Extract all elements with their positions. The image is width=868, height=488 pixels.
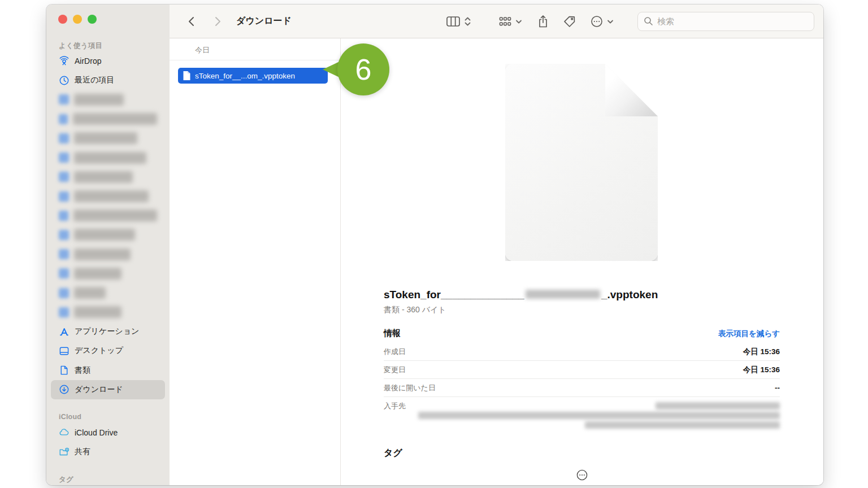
- info-label: 最後に開いた日: [384, 383, 436, 393]
- redacted-label: [74, 94, 124, 106]
- sidebar-item-redacted[interactable]: [46, 167, 170, 186]
- tag-icon[interactable]: [563, 15, 576, 28]
- chevron-down-icon: [607, 15, 614, 28]
- document-icon: [59, 365, 70, 376]
- sidebar-section-favorites: よく使う項目: [46, 41, 170, 51]
- search-field[interactable]: [637, 12, 814, 31]
- more-actions-control[interactable]: [590, 15, 614, 28]
- group-by-icon: [498, 15, 512, 28]
- info-row-modified: 変更日 今日 15:36: [384, 361, 780, 379]
- callout-number: 6: [355, 55, 372, 84]
- cloud-icon: [59, 427, 70, 438]
- sidebar-item-redacted[interactable]: [46, 148, 170, 167]
- sidebar-item-icloud-drive[interactable]: iCloud Drive: [46, 423, 170, 442]
- main-area: ダウンロード: [170, 5, 823, 485]
- folder-icon-redacted: [59, 94, 69, 104]
- share-icon[interactable]: [537, 14, 549, 29]
- info-section-title: 情報: [384, 328, 401, 339]
- file-list-column: 今日 sToken_for__...om_.vpptoken: [170, 38, 341, 485]
- sidebar-item-redacted[interactable]: [46, 206, 170, 225]
- shared-folder-icon: [59, 447, 70, 457]
- redacted-line: [585, 421, 780, 429]
- sidebar-item-applications[interactable]: アプリケーション: [46, 322, 170, 341]
- content-area: 今日 sToken_for__...om_.vpptoken: [170, 38, 823, 485]
- preview-file-name: sToken_for_______________.vpptoken: [384, 289, 780, 301]
- file-name-prefix: sToken_for______________: [384, 289, 524, 300]
- redacted-line: [418, 412, 780, 419]
- group-by-control[interactable]: [498, 15, 522, 28]
- group-header-today: 今日: [170, 38, 340, 60]
- redacted-label: [74, 190, 149, 202]
- folder-icon-redacted: [59, 288, 69, 298]
- view-control[interactable]: [446, 15, 471, 28]
- file-row-selected[interactable]: sToken_for__...om_.vpptoken: [178, 68, 328, 84]
- folder-icon-redacted: [59, 268, 69, 278]
- info-value: 今日 15:36: [743, 347, 780, 357]
- sidebar-section-tags: タグ: [46, 475, 170, 485]
- redacted-label: [74, 249, 131, 260]
- sidebar-item-redacted[interactable]: [46, 284, 170, 303]
- chevron-down-icon: [515, 15, 522, 28]
- download-icon: [59, 384, 70, 395]
- close-button[interactable]: [58, 15, 67, 24]
- more-section: その他...: [384, 468, 780, 485]
- preview-file-meta: 書類 - 360 バイト: [384, 305, 780, 315]
- ellipsis-circle-icon[interactable]: [575, 468, 589, 482]
- forward-button[interactable]: [212, 15, 223, 28]
- sidebar-item-redacted[interactable]: [46, 303, 170, 322]
- redacted-label: [74, 229, 135, 241]
- minimize-button[interactable]: [73, 15, 82, 24]
- tags-section-title: タグ: [384, 447, 780, 459]
- info-label: 変更日: [384, 365, 406, 375]
- sidebar-item-redacted[interactable]: [46, 186, 170, 206]
- folder-icon-redacted: [59, 307, 69, 317]
- sidebar-item-redacted[interactable]: [46, 129, 170, 148]
- column-view-icon: [446, 15, 461, 28]
- folder-icon-redacted: [59, 230, 69, 240]
- sidebar-item-label: 共有: [75, 447, 90, 457]
- sidebar-item-redacted[interactable]: [46, 264, 170, 283]
- sidebar-item-documents[interactable]: 書類: [46, 361, 170, 380]
- toolbar-controls: [446, 12, 823, 31]
- info-row-created: 作成日 今日 15:36: [384, 343, 780, 361]
- redacted-label: [74, 171, 133, 183]
- sidebar-item-downloads[interactable]: ダウンロード: [46, 380, 170, 399]
- sidebar-item-redacted[interactable]: [46, 225, 170, 245]
- search-input[interactable]: [657, 16, 808, 26]
- toolbar: ダウンロード: [170, 5, 823, 38]
- zoom-button[interactable]: [88, 15, 97, 24]
- sidebar-item-desktop[interactable]: デスクトップ: [46, 341, 170, 360]
- back-button[interactable]: [186, 15, 197, 28]
- info-label: 作成日: [384, 347, 406, 357]
- redacted-label: [74, 152, 146, 164]
- desktop-icon: [59, 346, 70, 356]
- sidebar-item-redacted[interactable]: [46, 109, 170, 128]
- info-label: 入手先: [384, 401, 406, 411]
- sidebar: よく使う項目 AirDrop: [46, 5, 170, 485]
- info-value: --: [775, 384, 780, 392]
- sidebar-item-shared[interactable]: 共有: [46, 442, 170, 461]
- folder-icon-redacted: [59, 211, 68, 221]
- info-row-last-opened: 最後に開いた日 --: [384, 379, 780, 397]
- search-icon: [644, 16, 653, 26]
- info-value: 今日 15:36: [743, 365, 780, 375]
- sidebar-item-recents[interactable]: 最近の項目: [46, 71, 170, 90]
- sidebar-item-airdrop[interactable]: AirDrop: [46, 51, 170, 71]
- sidebar-item-redacted[interactable]: [46, 90, 170, 109]
- file-preview-thumbnail: [505, 64, 658, 261]
- redacted-label: [74, 132, 137, 144]
- info-rows: 作成日 今日 15:36 変更日 今日 15:36 最後に開いた日 --: [384, 343, 780, 432]
- screenshot-stage: よく使う項目 AirDrop: [0, 0, 868, 488]
- sidebar-item-label: デスクトップ: [75, 346, 123, 356]
- sidebar-item-label: ダウンロード: [75, 385, 123, 395]
- sidebar-item-redacted[interactable]: [46, 245, 170, 264]
- file-icon: [183, 71, 191, 81]
- callout-circle: 6: [337, 43, 389, 95]
- show-fewer-items-link[interactable]: 表示項目を減らす: [718, 329, 780, 339]
- airdrop-icon: [59, 55, 70, 66]
- redacted-label: [74, 268, 121, 280]
- preview-pane: sToken_for_______________.vpptoken 書類 - …: [341, 38, 823, 485]
- sidebar-item-label: 書類: [75, 365, 90, 376]
- folder-icon-redacted: [59, 114, 68, 124]
- document-fold-corner: [605, 64, 658, 116]
